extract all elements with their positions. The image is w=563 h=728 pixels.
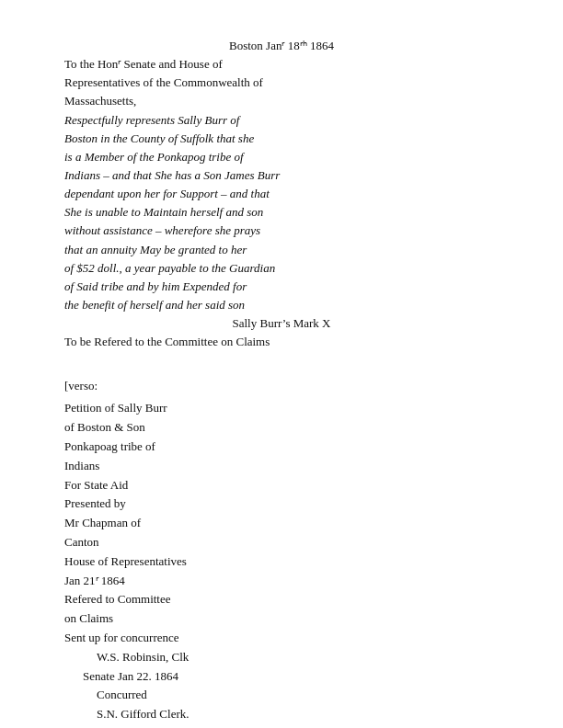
verso-line-15: Concurred (64, 686, 499, 705)
line-16: To be Refered to the Committee on Claims (64, 333, 499, 351)
document-date: Boston Janʳ 18ʳʰ 1864 (64, 37, 499, 55)
page-container: Boston Janʳ 18ʳʰ 1864 To the Honʳ Senate… (0, 0, 563, 728)
verso-line-10: Refered to Committee (64, 590, 499, 609)
verso-line-7: Canton (64, 533, 499, 552)
line-11: that an annuity May be granted to her (64, 241, 499, 259)
document-verso: [verso: Petition of Sally Burr of Boston… (64, 379, 499, 724)
verso-line-2: Ponkapoag tribe of (64, 438, 499, 457)
line-7: Indians – and that She has a Son James B… (64, 166, 499, 185)
line-13: of Said tribe and by him Expended for (64, 278, 499, 296)
main-content: Boston Janʳ 18ʳʰ 1864 To the Honʳ Senate… (0, 0, 563, 728)
line-5: Boston in the County of Suffolk that she (64, 130, 499, 148)
line-1: To the Honʳ Senate and House of (64, 55, 499, 74)
line-3: Massachusetts, (64, 92, 499, 110)
verso-line-6: Mr Chapman of (64, 514, 499, 533)
line-10: without assistance – wherefore she prays (64, 222, 499, 240)
line-6: is a Member of the Ponkapog tribe of (64, 148, 499, 166)
line-4: Respectfully represents Sally Burr of (64, 111, 499, 130)
line-9: She is unable to Maintain herself and so… (64, 203, 499, 222)
verso-line-5: Presented by (64, 495, 499, 514)
line-2: Representatives of the Commonwealth of (64, 74, 499, 92)
line-12: of $52 doll., a year payable to the Guar… (64, 259, 499, 278)
verso-body: Petition of Sally Burr of Boston & Son P… (64, 399, 499, 724)
line-15: Sally Burr’s Mark X (64, 314, 499, 333)
verso-line-14: Senate Jan 22. 1864 (64, 667, 499, 687)
document-recto: Boston Janʳ 18ʳʰ 1864 To the Honʳ Senate… (64, 37, 499, 351)
verso-line-1: of Boston & Son (64, 418, 499, 438)
line-8: dependant upon her for Support – and tha… (64, 185, 499, 203)
verso-line-11: on Claims (64, 609, 499, 629)
verso-label: [verso: (64, 379, 499, 393)
verso-line-13: W.S. Robinsin, Clk (64, 648, 499, 667)
verso-line-8: House of Representatives (64, 552, 499, 572)
verso-line-4: For State Aid (64, 476, 499, 495)
verso-line-12: Sent up for concurrence (64, 629, 499, 648)
verso-line-3: Indians (64, 457, 499, 476)
verso-line-16: S.N. Gifford Clerk. (64, 705, 499, 724)
line-14: the benefit of herself and her said son (64, 296, 499, 314)
verso-line-9: Jan 21ʳ 1864 (64, 572, 499, 591)
verso-line-0: Petition of Sally Burr (64, 399, 499, 418)
